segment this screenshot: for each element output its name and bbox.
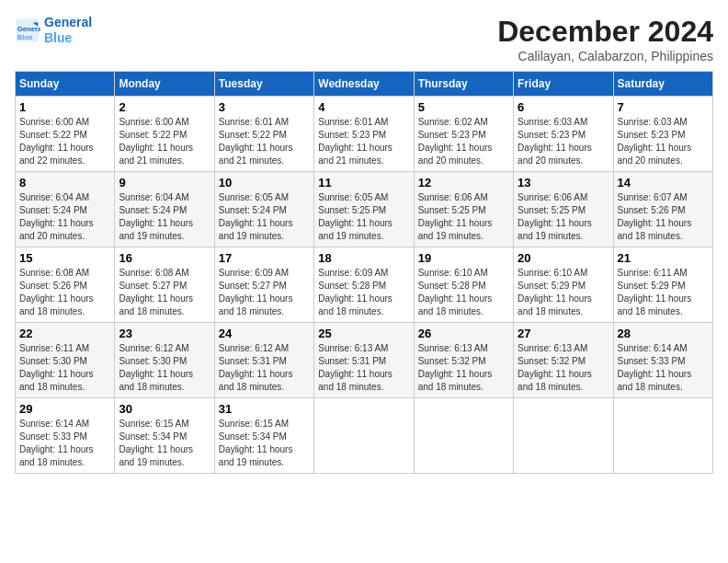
day-header-tuesday: Tuesday (214, 72, 313, 97)
day-cell: 9 Sunrise: 6:04 AMSunset: 5:24 PMDayligh… (115, 172, 214, 247)
logo-text: General Blue (44, 15, 92, 46)
day-cell: 11 Sunrise: 6:05 AMSunset: 5:25 PMDaylig… (314, 172, 414, 247)
day-number: 23 (119, 327, 210, 340)
calendar-table: SundayMondayTuesdayWednesdayThursdayFrid… (15, 71, 713, 474)
calendar-body: 1 Sunrise: 6:00 AMSunset: 5:22 PMDayligh… (16, 97, 713, 474)
day-number: 30 (119, 402, 210, 416)
day-cell: 12 Sunrise: 6:06 AMSunset: 5:25 PMDaylig… (414, 172, 513, 247)
day-number: 26 (418, 327, 509, 340)
day-number: 13 (518, 176, 609, 190)
day-header-monday: Monday (115, 72, 214, 97)
week-row-4: 22 Sunrise: 6:11 AMSunset: 5:30 PMDaylig… (16, 323, 713, 398)
day-info: Sunrise: 6:00 AMSunset: 5:22 PMDaylight:… (19, 117, 94, 166)
day-number: 25 (318, 327, 409, 340)
day-number: 6 (518, 100, 609, 114)
day-number: 3 (219, 100, 310, 114)
day-info: Sunrise: 6:10 AMSunset: 5:28 PMDaylight:… (418, 268, 493, 316)
week-row-1: 1 Sunrise: 6:00 AMSunset: 5:22 PMDayligh… (16, 97, 713, 172)
logo: General Blue General Blue (15, 15, 92, 46)
day-header-friday: Friday (514, 72, 613, 97)
day-cell: 8 Sunrise: 6:04 AMSunset: 5:24 PMDayligh… (16, 172, 115, 247)
title-area: December 2024 Calilayan, Calabarzon, Phi… (497, 15, 713, 63)
day-info: Sunrise: 6:02 AMSunset: 5:23 PMDaylight:… (418, 117, 493, 166)
day-number: 11 (318, 176, 409, 190)
day-info: Sunrise: 6:14 AMSunset: 5:33 PMDaylight:… (618, 343, 692, 392)
day-info: Sunrise: 6:04 AMSunset: 5:24 PMDaylight:… (19, 192, 94, 241)
day-number: 22 (19, 327, 110, 340)
day-number: 24 (219, 327, 310, 340)
day-number: 14 (618, 176, 709, 190)
day-header-thursday: Thursday (414, 72, 513, 97)
day-info: Sunrise: 6:06 AMSunset: 5:25 PMDaylight:… (418, 192, 493, 241)
day-cell: 25 Sunrise: 6:13 AMSunset: 5:31 PMDaylig… (314, 323, 414, 398)
day-info: Sunrise: 6:11 AMSunset: 5:30 PMDaylight:… (19, 343, 94, 392)
day-number: 15 (19, 251, 110, 265)
day-number: 28 (618, 327, 709, 340)
day-cell: 14 Sunrise: 6:07 AMSunset: 5:26 PMDaylig… (613, 172, 712, 247)
day-cell: 16 Sunrise: 6:08 AMSunset: 5:27 PMDaylig… (115, 247, 214, 323)
day-cell: 5 Sunrise: 6:02 AMSunset: 5:23 PMDayligh… (414, 97, 513, 172)
day-info: Sunrise: 6:04 AMSunset: 5:24 PMDaylight:… (119, 192, 193, 241)
week-row-5: 29 Sunrise: 6:14 AMSunset: 5:33 PMDaylig… (16, 398, 713, 474)
day-number: 9 (119, 176, 210, 190)
day-cell: 7 Sunrise: 6:03 AMSunset: 5:23 PMDayligh… (613, 97, 712, 172)
day-number: 17 (219, 251, 310, 265)
day-cell: 26 Sunrise: 6:13 AMSunset: 5:32 PMDaylig… (414, 323, 513, 398)
day-info: Sunrise: 6:15 AMSunset: 5:34 PMDaylight:… (119, 419, 193, 467)
day-header-saturday: Saturday (613, 72, 712, 97)
day-number: 29 (19, 402, 110, 416)
day-cell: 23 Sunrise: 6:12 AMSunset: 5:30 PMDaylig… (115, 323, 214, 398)
day-cell: 10 Sunrise: 6:05 AMSunset: 5:24 PMDaylig… (214, 172, 313, 247)
day-info: Sunrise: 6:13 AMSunset: 5:32 PMDaylight:… (518, 343, 592, 392)
day-number: 8 (19, 176, 110, 190)
day-header-sunday: Sunday (16, 72, 115, 97)
day-info: Sunrise: 6:13 AMSunset: 5:31 PMDaylight:… (318, 343, 392, 392)
day-info: Sunrise: 6:06 AMSunset: 5:25 PMDaylight:… (518, 192, 592, 241)
day-cell: 28 Sunrise: 6:14 AMSunset: 5:33 PMDaylig… (613, 323, 712, 398)
day-cell: 18 Sunrise: 6:09 AMSunset: 5:28 PMDaylig… (314, 247, 414, 323)
day-cell: 27 Sunrise: 6:13 AMSunset: 5:32 PMDaylig… (514, 323, 613, 398)
svg-text:Blue: Blue (17, 33, 33, 41)
day-cell (514, 398, 613, 474)
day-cell: 17 Sunrise: 6:09 AMSunset: 5:27 PMDaylig… (214, 247, 313, 323)
day-cell: 13 Sunrise: 6:06 AMSunset: 5:25 PMDaylig… (514, 172, 613, 247)
day-info: Sunrise: 6:15 AMSunset: 5:34 PMDaylight:… (219, 419, 293, 467)
day-info: Sunrise: 6:01 AMSunset: 5:23 PMDaylight:… (318, 117, 392, 166)
day-cell: 2 Sunrise: 6:00 AMSunset: 5:22 PMDayligh… (115, 97, 214, 172)
day-info: Sunrise: 6:09 AMSunset: 5:28 PMDaylight:… (318, 268, 392, 316)
day-cell: 4 Sunrise: 6:01 AMSunset: 5:23 PMDayligh… (314, 97, 414, 172)
day-cell: 30 Sunrise: 6:15 AMSunset: 5:34 PMDaylig… (115, 398, 214, 474)
day-number: 16 (119, 251, 210, 265)
day-cell (414, 398, 513, 474)
logo-icon: General Blue (15, 17, 40, 43)
day-info: Sunrise: 6:03 AMSunset: 5:23 PMDaylight:… (618, 117, 692, 166)
day-cell (314, 398, 414, 474)
day-info: Sunrise: 6:09 AMSunset: 5:27 PMDaylight:… (219, 268, 293, 316)
day-number: 10 (219, 176, 310, 190)
day-info: Sunrise: 6:08 AMSunset: 5:26 PMDaylight:… (19, 268, 94, 316)
day-info: Sunrise: 6:13 AMSunset: 5:32 PMDaylight:… (418, 343, 493, 392)
day-number: 21 (618, 251, 709, 265)
day-cell: 3 Sunrise: 6:01 AMSunset: 5:22 PMDayligh… (214, 97, 313, 172)
day-cell: 24 Sunrise: 6:12 AMSunset: 5:31 PMDaylig… (214, 323, 313, 398)
day-cell: 29 Sunrise: 6:14 AMSunset: 5:33 PMDaylig… (16, 398, 115, 474)
day-info: Sunrise: 6:12 AMSunset: 5:31 PMDaylight:… (219, 343, 293, 392)
day-info: Sunrise: 6:00 AMSunset: 5:22 PMDaylight:… (119, 117, 193, 166)
subtitle: Calilayan, Calabarzon, Philippines (497, 49, 713, 63)
day-number: 19 (418, 251, 509, 265)
day-cell: 21 Sunrise: 6:11 AMSunset: 5:29 PMDaylig… (613, 247, 712, 323)
day-info: Sunrise: 6:10 AMSunset: 5:29 PMDaylight:… (518, 268, 592, 316)
day-cell (613, 398, 712, 474)
day-number: 1 (19, 100, 110, 114)
day-number: 20 (518, 251, 609, 265)
day-header-wednesday: Wednesday (314, 72, 414, 97)
week-row-3: 15 Sunrise: 6:08 AMSunset: 5:26 PMDaylig… (16, 247, 713, 323)
day-cell: 19 Sunrise: 6:10 AMSunset: 5:28 PMDaylig… (414, 247, 513, 323)
day-info: Sunrise: 6:08 AMSunset: 5:27 PMDaylight:… (119, 268, 193, 316)
header: General Blue General Blue December 2024 … (15, 15, 713, 63)
day-number: 5 (418, 100, 509, 114)
day-number: 27 (518, 327, 609, 340)
day-info: Sunrise: 6:03 AMSunset: 5:23 PMDaylight:… (518, 117, 592, 166)
day-info: Sunrise: 6:07 AMSunset: 5:26 PMDaylight:… (618, 192, 692, 241)
week-row-2: 8 Sunrise: 6:04 AMSunset: 5:24 PMDayligh… (16, 172, 713, 247)
